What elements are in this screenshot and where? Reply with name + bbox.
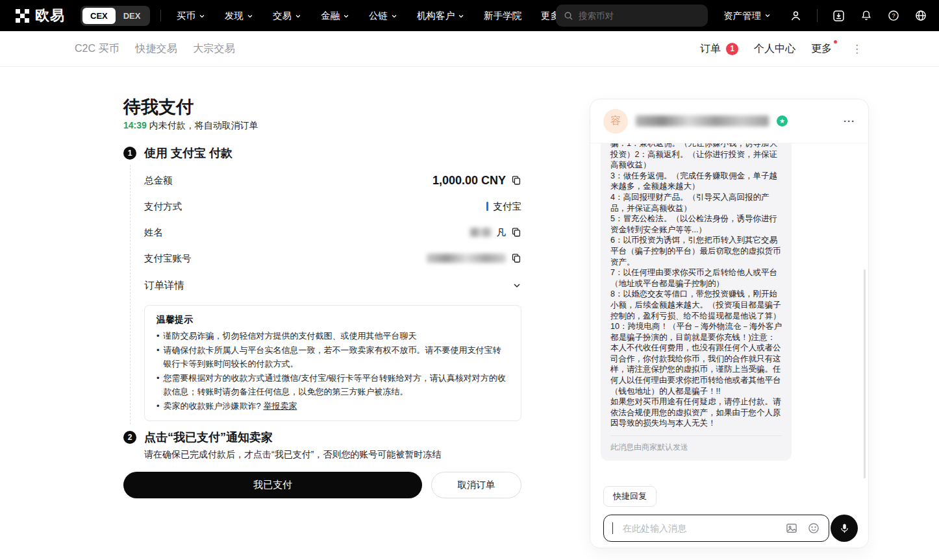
redacted-merchant-name: [636, 116, 769, 127]
step-1-header: 1 使用 支付宝 付款: [123, 145, 232, 161]
asset-management-menu[interactable]: 资产管理: [723, 10, 771, 22]
topnav-icon-divider: [817, 9, 818, 22]
cex-dex-toggle: CEX DEX: [81, 6, 150, 26]
report-seller-link[interactable]: 举报卖家: [263, 401, 297, 411]
okx-logo-icon: [16, 9, 29, 23]
search-icon: [564, 11, 573, 21]
tip-item: •您需要根据对方的收款方式通过微信/支付宝/银行卡等平台转账给对方，请认真核对对…: [156, 371, 509, 399]
message-input[interactable]: [623, 523, 776, 533]
notification-dot: [834, 40, 837, 43]
chat-message-list[interactable]: 骗：1：兼职返佣。（先让你赚小钱，诱导加大投资）2：高额返利。（让你进行投资，并…: [590, 143, 868, 484]
top-navbar: 欧易 CEX DEX 买币 发现 交易 金融 公链 机构客户 新手学院 更多 资…: [0, 0, 939, 31]
download-app-icon[interactable]: [832, 9, 845, 23]
tip-item: •卖家的收款账户涉嫌欺诈? 举报卖家: [156, 399, 509, 413]
page-title: 待我支付: [123, 95, 194, 119]
chevron-down-icon: [512, 281, 521, 290]
copy-name-icon[interactable]: [511, 227, 521, 237]
name-visible-char: 凡: [497, 226, 507, 239]
copy-account-icon[interactable]: [511, 253, 521, 263]
chevron-down-icon: [458, 13, 464, 19]
chevron-down-icon: [764, 12, 771, 19]
voice-message-button[interactable]: [831, 515, 858, 542]
message-input-box[interactable]: [603, 515, 829, 542]
notifications-bell-icon[interactable]: [860, 9, 873, 22]
orders-count-badge: 1: [726, 43, 738, 55]
search-input[interactable]: [579, 11, 700, 21]
pair-search[interactable]: [556, 5, 708, 27]
verified-badge-icon: ★: [777, 116, 788, 127]
alipay-icon: [486, 202, 488, 211]
merchant-avatar: 容: [603, 109, 628, 134]
chevron-down-icon: [343, 13, 349, 19]
orders-link[interactable]: 订单 1: [700, 42, 738, 56]
warm-tips-box: 温馨提示 •谨防交易诈骗，切勿轻信对方提供的支付截图、或使用其他平台聊天 •请确…: [144, 305, 521, 421]
emoji-icon[interactable]: [807, 522, 820, 535]
alipay-account-row: 支付宝账号: [144, 245, 521, 271]
amount-row: 总金额 1,000.00 CNY: [144, 167, 521, 193]
countdown-text: 14:39 内未付款，将自动取消订单: [123, 120, 258, 132]
nav-item-academy[interactable]: 新手学院: [484, 10, 521, 22]
tab-express-trade[interactable]: 快捷交易: [135, 42, 177, 56]
tab-c2c-buy[interactable]: C2C 买币: [75, 42, 119, 56]
microphone-icon: [838, 522, 851, 535]
text-caret: [612, 522, 613, 534]
nav-item-finance[interactable]: 金融: [321, 10, 349, 22]
toggle-cex[interactable]: CEX: [82, 8, 116, 24]
step-2-number: 2: [123, 431, 136, 444]
default-message-note: 此消息由商家默认发送: [610, 435, 782, 453]
user-profile-icon[interactable]: [789, 9, 803, 23]
chevron-down-icon: [247, 13, 253, 19]
copy-amount-icon[interactable]: [511, 175, 521, 186]
sub-navbar: C2C 买币 快捷交易 大宗交易 订单 1 个人中心 更多 ⋮: [0, 31, 939, 67]
nav-item-buy-crypto[interactable]: 买币: [177, 10, 205, 22]
payee-name-row: 姓名 凡: [144, 219, 521, 245]
tab-block-trade[interactable]: 大宗交易: [193, 42, 234, 56]
merchant-chat-panel: 容 ★ ··· 骗：1：兼职返佣。（先让你赚小钱，诱导加大投资）2：高额返利。（…: [590, 99, 869, 548]
step-connector-line: [130, 165, 131, 424]
topnav-divider: [160, 10, 161, 21]
toggle-dex[interactable]: DEX: [116, 8, 149, 24]
tip-item: •谨防交易诈骗，切勿轻信对方提供的支付截图、或使用其他平台聊天: [156, 329, 509, 343]
chat-more-icon[interactable]: ···: [844, 116, 855, 127]
step-2-header: 2 点击“我已支付”通知卖家: [123, 430, 273, 445]
i-have-paid-button[interactable]: 我已支付: [123, 472, 422, 498]
chat-header: 容 ★ ···: [590, 99, 868, 143]
amount-value: 1,000.00 CNY: [432, 174, 506, 188]
tips-title: 温馨提示: [156, 314, 509, 326]
redacted-name: [470, 228, 492, 237]
step-1-number: 1: [123, 147, 136, 160]
chat-scrollbar[interactable]: [864, 269, 866, 485]
chat-footer: 快捷回复: [590, 478, 868, 548]
cancel-order-button[interactable]: 取消订单: [431, 472, 521, 498]
payment-details: 总金额 1,000.00 CNY 支付方式 支付宝 姓名 凡 支付宝账号: [144, 167, 521, 271]
tip-item: •请确保付款卡所属人与平台实名信息一致，若不一致卖家有权不放币。请不要使用支付宝…: [156, 343, 509, 371]
countdown-timer: 14:39: [123, 120, 147, 130]
chevron-down-icon: [199, 13, 205, 19]
nav-item-chain[interactable]: 公链: [369, 10, 397, 22]
quick-reply-button[interactable]: 快捷回复: [603, 486, 657, 507]
nav-item-discover[interactable]: 发现: [225, 10, 253, 22]
merchant-message-text: 骗：1：兼职返佣。（先让你赚小钱，诱导加大投资）2：高额返利。（让你进行投资，并…: [610, 143, 782, 429]
payment-method-value: 支付宝: [494, 201, 522, 213]
merchant-message-bubble: 骗：1：兼职返佣。（先让你赚小钱，诱导加大投资）2：高额返利。（让你进行投资，并…: [601, 143, 792, 461]
step-2-description: 请在确保已完成付款后，才点击“我已支付”，否则您的账号可能被暂时冻结: [144, 449, 441, 461]
okx-logo[interactable]: 欧易: [16, 6, 65, 25]
okx-logo-text: 欧易: [35, 6, 65, 25]
nav-item-institutional[interactable]: 机构客户: [417, 10, 464, 22]
chevron-down-icon: [295, 13, 301, 19]
chevron-down-icon: [391, 13, 397, 19]
more-menu-icon[interactable]: ⋮: [851, 43, 862, 55]
subnav-more-link[interactable]: 更多: [811, 42, 832, 56]
nav-item-trade[interactable]: 交易: [273, 10, 301, 22]
order-details-toggle[interactable]: 订单详情: [144, 276, 521, 295]
svg-text:?: ?: [892, 12, 895, 19]
payment-method-row: 支付方式 支付宝: [144, 193, 521, 219]
profile-center-link[interactable]: 个人中心: [754, 42, 795, 56]
topnav-menu: 买币 发现 交易 金融 公链 机构客户 新手学院 更多: [177, 0, 570, 31]
attach-image-icon[interactable]: [785, 522, 798, 535]
redacted-account: [427, 254, 506, 263]
help-icon[interactable]: ?: [887, 9, 900, 22]
language-globe-icon[interactable]: [914, 9, 927, 22]
